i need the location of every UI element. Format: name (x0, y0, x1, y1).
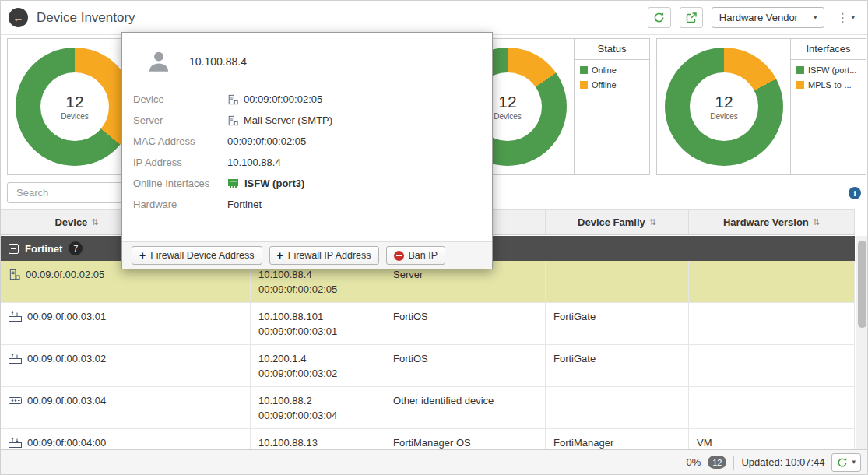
device-cell: 00:09:0f:00:03:04 (1, 387, 153, 428)
os-cell: FortiManager OS (385, 429, 546, 451)
device-family-cell (546, 261, 689, 302)
table-body: 00:09:0f:00:02:05 10.100.88.4 00:09:0f:0… (1, 261, 855, 451)
plus-icon: + (277, 250, 283, 261)
refresh-icon (653, 12, 665, 23)
detail-row-online-interfaces: Online Interfaces ISFW (port3) (133, 173, 492, 194)
detail-row-hardware: Hardware Fortinet (133, 194, 492, 215)
server-icon (227, 115, 238, 126)
legend-item-mpls: MPLS-to-... (791, 75, 866, 90)
device-count: 12 (498, 93, 516, 111)
back-button[interactable]: ← (9, 8, 28, 27)
toolbar-actions: Hardware Vendor ▾ ⋮ ▾ (648, 7, 858, 28)
device-cell: 00:09:0f:00:04:00 (1, 429, 153, 451)
external-link-icon (686, 12, 697, 23)
server-icon (227, 94, 238, 105)
open-in-new-window-button[interactable] (680, 7, 703, 28)
chevron-down-icon: ▾ (851, 14, 855, 21)
ip-mac-cell: 10.100.88.101 00:09:0f:00:03:01 (251, 303, 385, 344)
donut-center: 12 Devices (690, 72, 758, 141)
refresh-button[interactable] (648, 7, 671, 28)
hardware-version-cell: VM (689, 429, 855, 451)
hardware-vendor-donut-chart: 12 Devices (16, 48, 134, 166)
switch-icon (9, 311, 22, 322)
os-cell: FortiOS (385, 345, 546, 386)
vertical-scrollbar-thumb[interactable] (858, 241, 866, 328)
device-count: 12 (715, 93, 733, 111)
popup-detail-rows: Device 00:09:0f:00:02:05 Server Mail Ser… (122, 78, 492, 215)
top-toolbar: ← Device Inventory Hardware Vendor ▾ ⋮ ▾ (1, 1, 868, 35)
os-cell: Other identified device (385, 387, 546, 428)
device-inventory-screen: ← Device Inventory Hardware Vendor ▾ ⋮ ▾… (0, 0, 868, 475)
table-row[interactable]: 00:09:0f:00:03:04 10.100.88.2 00:09:0f:0… (1, 387, 855, 429)
os-cell: FortiOS (385, 303, 546, 344)
table-row[interactable]: 00:09:0f:00:03:01 10.100.88.101 00:09:0f… (1, 303, 855, 345)
plus-icon: + (139, 250, 146, 261)
column-header-hardware-version[interactable]: Hardware Version ⇅ (689, 210, 855, 234)
detail-row-server: Server Mail Server (SMTP) (133, 110, 492, 131)
sort-icon: ⇅ (649, 217, 656, 227)
more-options-menu[interactable]: ⋮ ▾ (833, 9, 858, 26)
column-header-device-family[interactable]: Device Family ⇅ (546, 210, 689, 234)
device-count-badge: 12 (708, 456, 726, 469)
hardware-version-cell (689, 387, 855, 428)
info-icon[interactable]: i (849, 187, 861, 199)
divider (733, 456, 734, 470)
ban-ip-button[interactable]: Ban IP (386, 246, 446, 265)
server-icon (9, 269, 20, 280)
legend-item-label: Offline (592, 80, 617, 90)
status-legend: Status Online Offline (574, 39, 649, 174)
device-count-label: Devices (710, 112, 738, 121)
device-count-label: Devices (61, 112, 89, 121)
table-row[interactable]: 00:09:0f:00:04:00 10.100.88.13 FortiMana… (1, 429, 855, 451)
user-icon (146, 48, 172, 75)
green-swatch-icon (580, 66, 588, 74)
hardware-vendor-label: Hardware Vendor (719, 12, 798, 23)
group-count-badge: 7 (69, 241, 83, 255)
legend-item-offline: Offline (575, 75, 649, 90)
ip-mac-cell: 10.200.1.4 00:09:0f:00:03:02 (251, 345, 385, 386)
table-row[interactable]: 00:09:0f:00:03:02 10.200.1.4 00:09:0f:00… (1, 345, 855, 387)
hardware-version-cell (689, 345, 855, 386)
switch-icon (9, 437, 22, 448)
ip-mac-cell: 10.100.88.2 00:09:0f:00:03:04 (251, 387, 385, 428)
detail-row-device: Device 00:09:0f:00:02:05 (133, 89, 492, 110)
chart-box-interfaces: 12 Devices Interfaces ISFW (port... MPLS… (656, 38, 866, 175)
interfaces-legend: Interfaces ISFW (port... MPLS-to-... (790, 39, 866, 174)
device-family-cell: FortiGate (546, 303, 689, 344)
vertical-scrollbar[interactable] (856, 236, 868, 451)
popup-title: 10.100.88.4 (189, 55, 247, 68)
legend-item-label: MPLS-to-... (808, 80, 852, 90)
group-name: Fortinet (25, 243, 62, 255)
device-detail-popup: 10.100.88.4 Device 00:09:0f:00:02:05 Ser… (121, 32, 493, 269)
popup-footer: + Firewall Device Address + Firewall IP … (122, 241, 492, 269)
donut-center: 12 Devices (40, 72, 109, 141)
legend-item-online: Online (575, 60, 649, 75)
device-family-cell (546, 387, 689, 428)
kebab-icon: ⋮ (836, 10, 849, 25)
sort-icon: ⇅ (813, 217, 820, 227)
ban-icon (394, 251, 404, 261)
legend-title: Status (575, 39, 649, 60)
legend-item-label: ISFW (port... (808, 65, 856, 75)
device-count-label: Devices (494, 112, 522, 121)
legend-title: Interfaces (791, 39, 866, 60)
interface-cell (153, 387, 251, 428)
legend-item-label: Online (592, 65, 617, 75)
updated-timestamp: Updated: 10:07:44 (741, 456, 824, 468)
firewall-device-address-button[interactable]: + Firewall Device Address (132, 246, 262, 265)
progress-text: 0% (686, 456, 701, 468)
switch-icon (9, 353, 22, 364)
status-bar: 0% 12 Updated: 10:07:44 ▾ (1, 449, 868, 474)
orange-swatch-icon (796, 81, 804, 89)
orange-swatch-icon (580, 81, 588, 89)
hardware-version-cell (689, 303, 855, 344)
device-count: 12 (65, 93, 83, 111)
auto-refresh-button[interactable]: ▾ (831, 453, 861, 472)
hardware-vendor-dropdown[interactable]: Hardware Vendor ▾ (712, 7, 825, 28)
detail-row-mac-address: MAC Address 00:09:0f:00:02:05 (133, 131, 492, 152)
ip-mac-cell: 10.100.88.13 (251, 429, 385, 451)
device-family-cell: FortiManager (546, 429, 689, 451)
collapse-icon[interactable] (9, 244, 19, 254)
firewall-ip-address-button[interactable]: + Firewall IP Address (269, 246, 379, 265)
device-cell: 00:09:0f:00:03:01 (1, 303, 153, 344)
